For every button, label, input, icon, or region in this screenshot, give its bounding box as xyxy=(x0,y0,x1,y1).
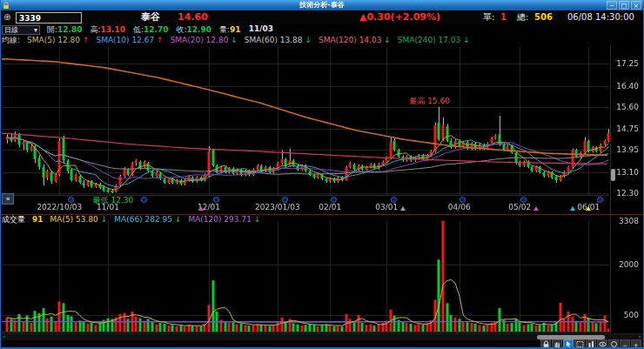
period-dropdown[interactable]: 日線 ▾ xyxy=(2,25,40,35)
info-field: 開:12.80 xyxy=(47,24,83,36)
volume-axis-label: 500 xyxy=(610,311,639,319)
expand-button[interactable]: » xyxy=(2,193,14,205)
quote-toolbar: ⊕ 泰谷 14.60 ▲0.30(+2.09%) 單: 1 總: 506 06/… xyxy=(0,10,644,25)
legend-item: SMA(240) 17.03 ↓ xyxy=(398,36,470,44)
info-field: 高:13.10 xyxy=(91,24,126,36)
close-button[interactable]: × xyxy=(631,1,641,10)
legend-item: SMA(60) 13.88 ↓ xyxy=(245,36,312,44)
low-annotation: 最低 12.30 xyxy=(93,195,134,206)
legend-item: SMA(10) 12.67 ↑ xyxy=(96,36,163,44)
sma-legend: 均線: SMA(5) 12.80 ↑SMA(10) 12.67 ↑SMA(20)… xyxy=(0,35,644,45)
legend-item: MA(5) 53.80 ↓ xyxy=(50,215,108,224)
event-triangle-icon[interactable] xyxy=(586,206,591,211)
event-triangle-icon[interactable] xyxy=(400,206,406,211)
info-field: 收:12.90 xyxy=(177,24,212,36)
maximize-button[interactable]: □ xyxy=(619,1,629,10)
info-field: 量:91 xyxy=(219,24,241,36)
volume-legend: 成交量 91 MA(5) 53.80 ↓MA(66) 282.95 ↓MA(12… xyxy=(2,214,260,225)
period-label: 日線 xyxy=(4,26,18,34)
price-axis-label: 14.75 xyxy=(610,124,639,133)
info-field: 11/03 xyxy=(249,24,273,36)
chart-canvas[interactable] xyxy=(0,45,644,333)
chart-area: 17.2516.4015.6014.7513.9513.1012.3033082… xyxy=(0,45,644,333)
event-circle-icon[interactable] xyxy=(141,197,147,203)
scroll-left-button[interactable]: ‹ xyxy=(1,334,8,340)
volume-label: 成交量 xyxy=(2,214,25,225)
ohlc-info-row: 日線 ▾ 開:12.80高:13.10低:12.70收:12.90量:9111/… xyxy=(0,24,644,35)
event-circle-icon[interactable] xyxy=(331,197,337,203)
legend-item: MA(66) 282.95 ↓ xyxy=(114,215,181,224)
sma-legend-prefix: 均線: xyxy=(2,35,20,46)
legend-item: SMA(120) 14.03 ↓ xyxy=(319,36,391,44)
volume-axis-label: 2000 xyxy=(610,260,639,269)
window-title: 技術分析-泰谷 xyxy=(0,0,644,10)
high-annotation: 最高 15.60 xyxy=(409,96,450,107)
price-axis-label: 13.95 xyxy=(610,145,639,154)
total-volume-label: 總: xyxy=(517,10,528,24)
unit-volume-value: 1 xyxy=(500,10,506,24)
symbol-search-icon[interactable]: ⊕ xyxy=(3,10,10,24)
stock-name: 泰谷 xyxy=(141,10,160,24)
date-label: 05/02 xyxy=(483,203,556,211)
price-change: ▲0.30(+2.09%) xyxy=(359,10,440,24)
app-window: 技術分析-泰谷 ─ □ × ⊕ 泰谷 14.60 ▲0.30(+2.09%) 單… xyxy=(0,0,644,349)
price-axis-label: 17.25 xyxy=(610,59,639,68)
last-price: 14.60 xyxy=(178,10,208,24)
total-volume-value: 506 xyxy=(534,10,553,24)
window-border-left xyxy=(0,0,1,349)
event-circle-icon[interactable] xyxy=(520,197,527,203)
date-label: 12/01 xyxy=(172,203,245,211)
legend-item: SMA(20) 12.80 ↓ xyxy=(171,36,238,44)
price-axis-label: 12.30 xyxy=(610,189,639,198)
event-triangle-icon[interactable] xyxy=(533,206,539,211)
volume-value: 91 xyxy=(32,215,44,224)
price-axis-label: 15.60 xyxy=(610,103,639,111)
date-label: 03/01 xyxy=(350,203,423,211)
event-triangle-icon[interactable] xyxy=(570,206,575,211)
info-field: 低:12.70 xyxy=(133,24,169,36)
event-triangle-icon[interactable] xyxy=(198,206,204,211)
titlebar: 技術分析-泰谷 ─ □ × xyxy=(0,0,644,10)
legend-item: MA(120) 293.71 ↓ xyxy=(188,215,260,224)
quote-datetime: 06/08 14:30:00 xyxy=(567,10,634,24)
legend-item: SMA(5) 12.80 ↑ xyxy=(27,36,89,44)
minimize-button[interactable]: ─ xyxy=(607,1,617,10)
symbol-input[interactable] xyxy=(16,12,82,23)
price-scrollbar-thumb[interactable] xyxy=(611,169,615,181)
volume-axis-label: 3308 xyxy=(610,217,639,225)
chevron-down-icon: ▾ xyxy=(34,26,37,34)
price-axis-label: 16.40 xyxy=(610,82,639,91)
unit-volume-label: 單: xyxy=(483,10,494,24)
